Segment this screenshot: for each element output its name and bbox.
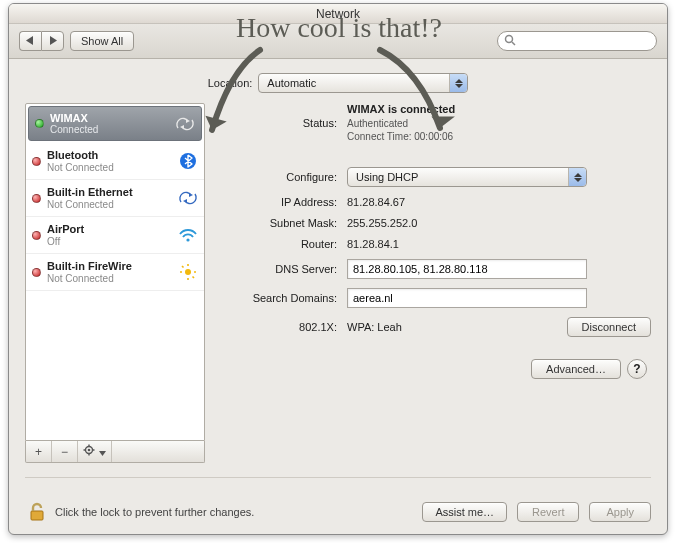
svg-marker-1 — [50, 36, 57, 45]
configure-label: Configure: — [217, 171, 337, 183]
network-prefs-window: Network Show All Lo — [8, 3, 668, 535]
status-dot-connected-icon — [35, 119, 44, 128]
svg-point-9 — [186, 238, 189, 241]
service-status: Not Connected — [47, 273, 172, 284]
svg-marker-8 — [183, 199, 187, 203]
assist-button[interactable]: Assist me… — [422, 502, 507, 522]
assist-label: Assist me… — [435, 506, 494, 518]
window-title: Network — [316, 7, 360, 21]
forward-button[interactable] — [41, 31, 64, 51]
location-label: Location: — [208, 77, 253, 89]
router-value: 81.28.84.1 — [347, 238, 651, 250]
lock-icon[interactable] — [25, 500, 47, 524]
bluetooth-icon — [178, 152, 198, 170]
mask-value: 255.255.252.0 — [347, 217, 651, 229]
configure-popup[interactable]: Using DHCP — [347, 167, 587, 187]
search-domains-label: Search Domains: — [217, 292, 337, 304]
disconnect-label: Disconnect — [582, 321, 636, 333]
services-sidebar: WIMAX Connected Bluetooth Not Connected — [25, 103, 205, 463]
sync-icon — [175, 115, 195, 133]
service-item-firewire[interactable]: Built-in FireWire Not Connected — [26, 254, 204, 291]
status-dot-disconnected-icon — [32, 194, 41, 203]
footer: Click the lock to prevent further change… — [25, 496, 651, 524]
status-dot-disconnected-icon — [32, 231, 41, 240]
status-dot-disconnected-icon — [32, 157, 41, 166]
ip-label: IP Address: — [217, 196, 337, 208]
svg-marker-7 — [189, 193, 193, 197]
service-name: WIMAX — [50, 112, 169, 124]
service-status: Not Connected — [47, 162, 172, 173]
add-service-button[interactable]: + — [26, 441, 52, 462]
svg-point-2 — [506, 36, 513, 43]
search-domains-input[interactable] — [347, 288, 587, 308]
revert-button[interactable]: Revert — [517, 502, 579, 522]
separator — [25, 477, 651, 478]
window-titlebar: Network — [9, 4, 667, 24]
help-label: ? — [633, 362, 640, 376]
advanced-label: Advanced… — [546, 363, 606, 375]
dns-input[interactable] — [347, 259, 587, 279]
status-dot-disconnected-icon — [32, 268, 41, 277]
ip-value: 81.28.84.67 — [347, 196, 651, 208]
back-icon — [26, 35, 35, 47]
svg-line-3 — [512, 42, 515, 45]
search-icon — [504, 34, 516, 48]
status-sub-auth: Authenticated — [347, 118, 408, 129]
service-item-ethernet[interactable]: Built-in Ethernet Not Connected — [26, 180, 204, 217]
service-item-wimax[interactable]: WIMAX Connected — [28, 106, 202, 141]
dot1x-value: WPA: Leah — [347, 321, 402, 333]
status-label: Status: — [217, 117, 337, 129]
firewire-icon — [178, 263, 198, 281]
disconnect-button[interactable]: Disconnect — [567, 317, 651, 337]
service-actions-button[interactable] — [78, 441, 112, 462]
services-list: WIMAX Connected Bluetooth Not Connected — [25, 103, 205, 441]
popup-arrows-icon — [568, 168, 586, 186]
show-all-label: Show All — [81, 35, 123, 47]
service-status: Off — [47, 236, 172, 247]
apply-button[interactable]: Apply — [589, 502, 651, 522]
mask-label: Subnet Mask: — [217, 217, 337, 229]
forward-icon — [48, 35, 57, 47]
service-name: AirPort — [47, 223, 172, 235]
svg-rect-24 — [31, 511, 43, 520]
location-popup[interactable]: Automatic — [258, 73, 468, 93]
back-button[interactable] — [19, 31, 41, 51]
lock-text: Click the lock to prevent further change… — [55, 506, 254, 518]
advanced-button[interactable]: Advanced… — [531, 359, 621, 379]
apply-label: Apply — [606, 506, 634, 518]
svg-marker-5 — [180, 125, 184, 129]
show-all-button[interactable]: Show All — [70, 31, 134, 51]
svg-marker-4 — [186, 119, 190, 123]
ethernet-icon — [178, 189, 198, 207]
service-item-bluetooth[interactable]: Bluetooth Not Connected — [26, 143, 204, 180]
svg-marker-0 — [26, 36, 33, 45]
service-details: Status: WIMAX is connected Authenticated… — [217, 103, 651, 463]
search-input[interactable] — [520, 34, 650, 48]
svg-line-16 — [193, 277, 195, 279]
search-field[interactable] — [497, 31, 657, 51]
configure-value: Using DHCP — [356, 171, 418, 183]
status-sub-time: Connect Time: 00:00:06 — [347, 131, 453, 142]
status-value: WIMAX is connected — [347, 103, 455, 115]
service-name: Built-in Ethernet — [47, 186, 172, 198]
minus-icon: − — [61, 445, 68, 459]
help-button[interactable]: ? — [627, 359, 647, 379]
svg-line-15 — [182, 266, 184, 268]
router-label: Router: — [217, 238, 337, 250]
service-status: Connected — [50, 124, 169, 135]
remove-service-button[interactable]: − — [52, 441, 78, 462]
svg-marker-23 — [99, 451, 106, 456]
svg-point-18 — [88, 449, 91, 452]
wifi-icon — [178, 226, 198, 244]
services-footer: + − — [25, 441, 205, 463]
dns-label: DNS Server: — [217, 263, 337, 275]
location-value: Automatic — [267, 77, 316, 89]
service-name: Built-in FireWire — [47, 260, 172, 272]
gear-icon — [83, 443, 97, 460]
chevron-down-icon — [99, 445, 106, 459]
svg-point-10 — [185, 269, 191, 275]
service-item-airport[interactable]: AirPort Off — [26, 217, 204, 254]
service-status: Not Connected — [47, 199, 172, 210]
toolbar: Show All — [9, 24, 667, 59]
revert-label: Revert — [532, 506, 564, 518]
